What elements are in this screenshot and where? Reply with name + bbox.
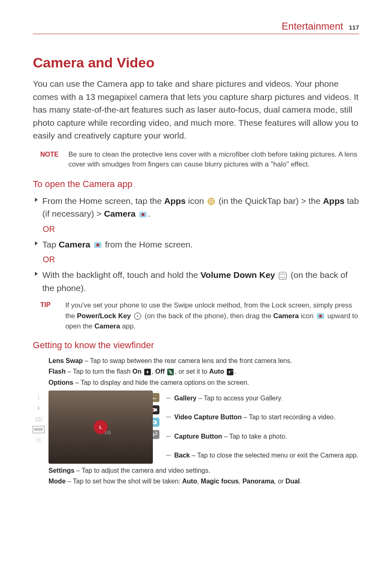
text: – Tap to turn the flash: [66, 368, 132, 375]
svg-line-40: [40, 438, 41, 439]
preview-text: LG: [105, 430, 111, 435]
mode-button[interactable]: MODE: [32, 426, 45, 433]
text: , or: [274, 478, 286, 485]
callout-mode: Mode – Tap to set how the shot will be t…: [48, 477, 359, 486]
text-bold: Apps: [164, 196, 186, 206]
svg-line-38: [40, 441, 41, 442]
text: .: [300, 478, 302, 485]
svg-point-45: [153, 421, 155, 423]
options-menu-icon[interactable]: [35, 394, 42, 401]
text-bold: Back: [174, 452, 190, 459]
callout-options: Options – Tap to display and hide the ca…: [48, 378, 359, 387]
text-bold: Apps: [323, 196, 345, 206]
callout-settings: Settings – Tap to adjust the camera and …: [48, 466, 359, 475]
svg-point-18: [137, 316, 138, 317]
text-bold: Settings: [48, 467, 74, 474]
callout-back: Back – Tap to close the selected menu or…: [166, 451, 359, 460]
svg-line-39: [37, 441, 37, 442]
svg-point-8: [211, 203, 212, 204]
connector-line: [166, 436, 171, 437]
text: ,: [152, 368, 155, 375]
svg-point-29: [38, 399, 39, 400]
page-title: Camera and Video: [33, 55, 359, 71]
flash-icon[interactable]: [35, 405, 42, 412]
text-bold: Panorama: [242, 478, 274, 485]
svg-point-27: [38, 395, 39, 396]
bullet-triangle-icon: [35, 241, 38, 246]
svg-point-7: [209, 203, 210, 204]
callout-flash: Flash – Tap to turn the flash On , Off ,…: [48, 367, 359, 376]
text-bold: Camera: [59, 240, 90, 249]
svg-rect-16: [279, 272, 286, 280]
viewfinder-preview: L LG: [48, 391, 153, 464]
camera-app-icon: [94, 241, 102, 249]
header-page-number: 117: [349, 24, 359, 31]
heading-viewfinder: Getting to know the viewfinder: [33, 340, 359, 351]
settings-gear-icon[interactable]: [35, 437, 42, 444]
text-bold: Auto: [182, 478, 197, 485]
text: – Tap to access your Gallery.: [196, 395, 282, 402]
viewfinder-left-controls: MODE: [33, 391, 44, 444]
text: (in the QuickTap bar) > the: [219, 196, 323, 206]
power-lock-key-icon: [134, 312, 142, 320]
bullet-triangle-icon: [35, 271, 38, 276]
camera-app-icon: [316, 312, 325, 320]
step-3-text: With the backlight off, touch and hold t…: [42, 268, 359, 294]
note-label: NOTE: [40, 150, 58, 170]
step-3: With the backlight off, touch and hold t…: [35, 268, 359, 294]
svg-point-21: [320, 315, 321, 317]
text-bold: Lens Swap: [48, 357, 83, 364]
header-section-title: Entertainment: [282, 21, 343, 32]
svg-point-6: [212, 201, 214, 202]
text-bold: Flash: [48, 368, 66, 375]
callout-video-capture: Video Capture Button – Tap to start reco…: [166, 413, 359, 422]
text-bold: On: [132, 368, 141, 375]
svg-point-1: [209, 199, 210, 201]
connector-line: [166, 398, 171, 398]
step-2-text: Tap Camera from the Home screen.: [42, 238, 359, 251]
text: With the backlight off, touch and hold t…: [42, 270, 201, 280]
text: – Tap to adjust the camera and video set…: [74, 467, 210, 474]
text: icon: [186, 196, 206, 206]
note-text: Be sure to clean the protective lens cov…: [68, 150, 359, 170]
text: – Tap to close the selected menu or exit…: [190, 452, 358, 459]
heading-open-camera: To open the Camera app: [33, 179, 359, 190]
text-bold: Gallery: [174, 395, 196, 402]
text: Tap: [42, 240, 59, 249]
text-bold: Off: [155, 368, 165, 375]
text-bold: Camera: [273, 312, 299, 320]
text: from the Home screen.: [105, 240, 193, 249]
text: (on the back of the phone), then drag th…: [145, 312, 273, 320]
text: – Tap to start recording a video.: [242, 414, 335, 421]
text-bold: Auto: [209, 368, 224, 375]
step-2: Tap Camera from the Home screen.: [35, 238, 359, 251]
flash-off-icon: [167, 369, 174, 375]
note-block: NOTE Be sure to clean the protective len…: [40, 150, 359, 170]
text: icon: [299, 312, 316, 320]
text: – Tap to take a photo.: [222, 433, 287, 440]
tip-text: If you've set your phone to use the Swip…: [65, 300, 359, 332]
svg-point-12: [142, 214, 144, 215]
flash-on-icon: [144, 369, 151, 375]
page-header: Entertainment 117: [33, 21, 359, 34]
intro-paragraph: You can use the Camera app to take and s…: [33, 77, 359, 142]
step-1-text: From the Home screen, tap the Apps icon …: [42, 194, 359, 220]
or-separator: OR: [43, 224, 359, 234]
text: ,: [239, 478, 242, 485]
connector-line: [166, 455, 171, 455]
svg-line-37: [37, 438, 37, 439]
svg-point-4: [209, 201, 210, 202]
camera-app-icon: [139, 211, 147, 218]
text: .: [148, 209, 150, 218]
callout-capture: Capture Button – Tap to take a photo.: [166, 432, 359, 441]
text-bold: Capture Button: [174, 433, 222, 440]
text: – Tap to display and hide the camera opt…: [73, 379, 249, 386]
lens-swap-icon[interactable]: [35, 415, 43, 423]
svg-point-3: [212, 199, 214, 201]
text-bold: Video Capture Button: [174, 414, 242, 421]
text-bold: Volume Down Key: [201, 270, 275, 280]
text-bold: Camera: [104, 209, 136, 218]
text: app.: [120, 322, 136, 330]
text: , or set it to: [175, 368, 209, 375]
svg-text:A: A: [231, 370, 233, 372]
